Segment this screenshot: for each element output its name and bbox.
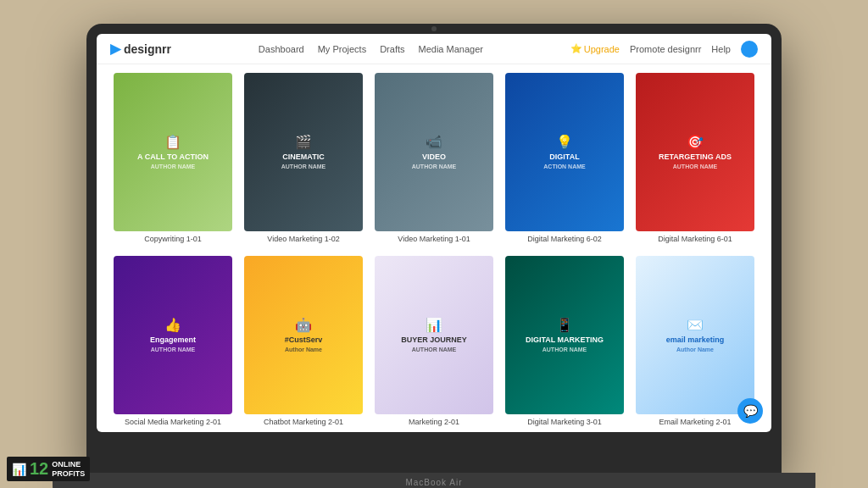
cover-text: VIDEO: [422, 152, 446, 162]
cover-icon: 📹: [426, 134, 442, 150]
project-title: Video Marketing 1-01: [398, 235, 470, 245]
cover-sub: Author Name: [676, 347, 714, 353]
cover-sub: AUTHOR NAME: [673, 164, 718, 170]
chat-button[interactable]: 💬: [737, 398, 763, 424]
cover-sub: AUTHOR NAME: [151, 164, 196, 170]
cover-text: RETARGETING ADS: [659, 152, 732, 162]
upgrade-btn[interactable]: ⭐ Upgrade: [570, 43, 620, 54]
logo-text: designrr: [124, 42, 171, 56]
wm-text-block: ONLINE PROFITS: [52, 460, 85, 479]
project-cover[interactable]: 🎯 RETARGETING ADS AUTHOR NAME: [636, 73, 754, 231]
camera-notch: [431, 26, 437, 31]
cover-text: email marketing: [666, 336, 725, 345]
project-title: Digital Marketing 6-01: [658, 235, 732, 245]
project-item[interactable]: 📱 DIGITAL MARKETING AUTHOR NAME Digital …: [505, 256, 624, 427]
project-title: Marketing 2-01: [409, 418, 459, 428]
project-item[interactable]: ✉️ email marketing Author Name Email Mar…: [636, 256, 754, 427]
cover-text: DIGITAL MARKETING: [526, 336, 604, 345]
project-cover[interactable]: 📹 VIDEO AUTHOR NAME: [375, 73, 493, 231]
project-cover[interactable]: 📋 A CALL TO ACTION AUTHOR NAME: [114, 73, 232, 231]
cover-sub: Author Name: [285, 347, 322, 353]
cover-icon: 💡: [556, 134, 573, 150]
app-header: ▶ designrr Dashboard My Projects Drafts …: [97, 34, 771, 64]
main-content: 📋 A CALL TO ACTION AUTHOR NAME Copywriti…: [97, 64, 771, 432]
project-title: Digital Marketing 6-02: [527, 235, 602, 245]
cover-icon: 📱: [556, 317, 573, 333]
project-cover[interactable]: 🎬 CINEMATIC AUTHOR NAME: [244, 73, 363, 231]
cover-icon: 🤖: [295, 317, 312, 333]
project-title: Copywriting 1-01: [144, 235, 202, 245]
cover-icon: 👍: [164, 317, 181, 333]
nav-drafts[interactable]: Drafts: [380, 44, 404, 54]
cover-text: A CALL TO ACTION: [137, 152, 209, 162]
logo: ▶ designrr: [110, 41, 171, 57]
cover-icon: 📋: [164, 134, 181, 150]
project-cover[interactable]: 🤖 #CustServ Author Name: [244, 256, 363, 414]
logo-icon: ▶: [110, 41, 120, 57]
projects-grid: 📋 A CALL TO ACTION AUTHOR NAME Copywriti…: [114, 73, 754, 432]
user-avatar[interactable]: [741, 41, 758, 58]
wm-line1: ONLINE: [52, 460, 85, 469]
watermark: 📊 12 ONLINE PROFITS: [7, 457, 90, 481]
cover-text: #CustServ: [285, 336, 323, 345]
cover-sub: AUTHOR NAME: [151, 347, 196, 353]
cover-icon: 📊: [426, 317, 442, 333]
main-nav: Dashboard My Projects Drafts Media Manag…: [259, 44, 483, 54]
project-title: Chatbot Marketing 2-01: [264, 418, 343, 428]
cover-icon: 🎯: [687, 134, 704, 150]
laptop-base: [53, 473, 815, 488]
nav-media-manager[interactable]: Media Manager: [419, 44, 483, 54]
project-title: Social Media Marketing 2-01: [125, 418, 221, 428]
cover-icon: 🎬: [295, 134, 312, 150]
promote-btn[interactable]: Promote designrr: [630, 44, 701, 54]
header-actions: ⭐ Upgrade Promote designrr Help: [570, 41, 758, 58]
cover-icon: ✉️: [687, 317, 704, 333]
nav-dashboard[interactable]: Dashboard: [259, 44, 304, 54]
wm-line2: PROFITS: [52, 469, 85, 479]
project-item[interactable]: 📹 VIDEO AUTHOR NAME Video Marketing 1-01: [375, 73, 493, 244]
project-title: Video Marketing 1-02: [267, 235, 339, 245]
project-cover[interactable]: 📊 BUYER JOURNEY AUTHOR NAME: [375, 256, 493, 414]
cover-sub: AUTHOR NAME: [412, 164, 457, 170]
wm-icon: 📊: [12, 463, 26, 476]
project-cover[interactable]: ✉️ email marketing Author Name: [636, 256, 754, 414]
project-item[interactable]: 📊 BUYER JOURNEY AUTHOR NAME Marketing 2-…: [375, 256, 493, 427]
project-item[interactable]: 🎬 CINEMATIC AUTHOR NAME Video Marketing …: [244, 73, 363, 244]
wm-number: 12: [30, 459, 48, 479]
project-title: Email Marketing 2-01: [659, 418, 731, 428]
project-item[interactable]: 🤖 #CustServ Author Name Chatbot Marketin…: [244, 256, 363, 427]
cover-text: Engagement: [150, 336, 196, 345]
nav-my-projects[interactable]: My Projects: [318, 44, 366, 54]
cover-text: BUYER JOURNEY: [401, 336, 467, 345]
laptop-screen: ▶ designrr Dashboard My Projects Drafts …: [97, 34, 771, 432]
project-cover[interactable]: 📱 DIGITAL MARKETING AUTHOR NAME: [505, 256, 624, 414]
project-item[interactable]: 👍 Engagement AUTHOR NAME Social Media Ma…: [114, 256, 232, 427]
cover-text: DIGITAL: [549, 152, 579, 162]
cover-sub: ACTION NAME: [543, 164, 585, 170]
watermark-logo: 📊 12 ONLINE PROFITS: [7, 457, 90, 481]
cover-sub: AUTHOR NAME: [281, 164, 326, 170]
project-cover[interactable]: 💡 DIGITAL ACTION NAME: [505, 73, 624, 231]
cover-sub: AUTHOR NAME: [412, 347, 457, 353]
laptop-container: ▶ designrr Dashboard My Projects Drafts …: [86, 24, 782, 473]
project-item[interactable]: 💡 DIGITAL ACTION NAME Digital Marketing …: [505, 73, 624, 244]
project-title: Digital Marketing 3-01: [527, 418, 602, 428]
project-item[interactable]: 📋 A CALL TO ACTION AUTHOR NAME Copywriti…: [114, 73, 232, 244]
cover-text: CINEMATIC: [282, 152, 324, 162]
laptop-screen-body: ▶ designrr Dashboard My Projects Drafts …: [86, 24, 782, 473]
cover-sub: AUTHOR NAME: [542, 347, 587, 353]
project-item[interactable]: 🎯 RETARGETING ADS AUTHOR NAME Digital Ma…: [636, 73, 754, 244]
project-cover[interactable]: 👍 Engagement AUTHOR NAME: [114, 256, 232, 414]
help-btn[interactable]: Help: [711, 44, 731, 54]
